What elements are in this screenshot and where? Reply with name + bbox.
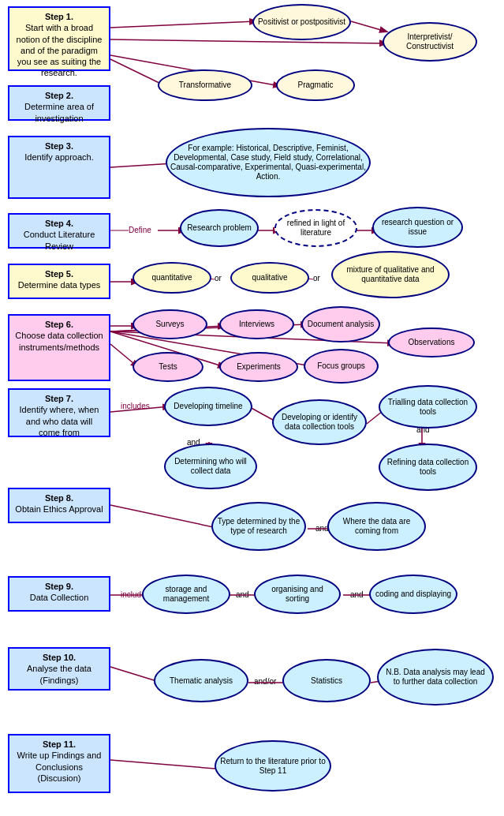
svg-line-4 [351,21,386,32]
svg-text:and: and [350,590,364,599]
positivist-oval: Positivist or postpositivist [252,4,351,40]
step4-label: Step 4. [45,219,73,228]
svg-line-5 [110,163,174,167]
step5-box: Step 5. Determine data types [8,264,110,299]
svg-line-0 [110,21,256,28]
focus-groups-oval: Focus groups [304,349,379,384]
step7-label: Step 7. [45,394,73,403]
step1-label: Step 1. [45,12,73,21]
type-determined-oval: Type determined by the type of research [211,502,306,551]
experiments-oval: Experiments [219,352,298,382]
coding-oval: coding and displaying [369,575,457,614]
step3-desc: Identify approach. [24,152,93,162]
step6-box: Step 6. Choose data collection instrumen… [8,314,110,381]
step4-desc: Conduct Literature Review [24,230,95,250]
step7-box: Step 7. Identify where, when and who dat… [8,388,110,437]
svg-text:Define: Define [129,226,151,234]
quantitative-oval: quantitative [133,262,211,294]
research-problem-oval: Research problem [180,209,259,247]
step3-box: Step 3. Identify approach. [8,136,110,199]
step8-box: Step 8. Obtain Ethics Approval [8,488,110,523]
tests-oval: Tests [133,352,203,382]
step10-label: Step 10. [43,653,76,662]
research-diagram: Define includes and [0,0,504,816]
nb-data-oval: N.B. Data analysis may lead to further d… [377,649,494,706]
step6-desc: Choose data collection instruments/metho… [15,331,103,351]
transformative-oval: Transformative [158,69,252,101]
where-data-oval: Where the data are coming from [327,502,426,551]
step11-box: Step 11. Write up Findings and Conclusio… [8,734,110,793]
pragmatic-oval: Pragmatic [276,69,355,101]
svg-line-44 [110,760,225,769]
statistics-oval: Statistics [282,659,371,702]
document-analysis-oval: Document analysis [301,306,380,342]
step8-desc: Obtain Ethics Approval [15,504,103,514]
approach-oval: For example: Historical, Descriptive, Fe… [166,128,371,197]
step9-box: Step 9. Data Collection [8,576,110,612]
step2-box: Step 2. Determine area of investigation [8,85,110,121]
storage-oval: storage and management [142,575,230,614]
svg-line-1 [110,39,386,43]
mixture-oval: mixture of qualitative and quantitative … [331,251,450,298]
step4-box: Step 4. Conduct Literature Review [8,213,110,249]
surveys-oval: Surveys [133,309,207,339]
refined-oval: refined in light of literature [274,209,357,247]
step9-label: Step 9. [45,582,73,591]
determining-who-oval: Determining who will collect data [164,444,257,489]
refining-oval: Refining data collection tools [379,444,477,491]
step7-desc: Identify where, when and who data will c… [20,405,99,437]
return-literature-oval: Return to the literature prior to Step 1… [215,740,331,792]
organising-oval: organising and sorting [254,575,341,614]
thematic-oval: Thematic analysis [154,659,248,702]
step5-label: Step 5. [45,269,73,279]
interpretivist-oval: Interpretivist/ Constructivist [383,22,477,62]
research-question-oval: research question or issue [372,207,463,248]
step8-label: Step 8. [45,493,73,503]
step11-desc: Write up Findings and Conclusions (Discu… [17,750,102,783]
developing-timeline-oval: Developing timeline [164,387,252,426]
svg-text:and: and [236,590,249,599]
qualitative-oval: qualitative [230,262,309,294]
svg-text:and/or: and/or [254,677,277,686]
step6-label: Step 6. [45,320,73,329]
svg-line-31 [110,505,221,529]
step10-box: Step 10. Analyse the data (Findings) [8,647,110,691]
developing-tools-oval: Developing or identify data collection t… [272,399,367,445]
svg-line-2 [110,59,166,86]
step10-desc: Analyse the data (Findings) [27,664,91,684]
step5-desc: Determine data types [18,280,101,290]
step3-label: Step 3. [45,141,73,151]
step2-desc: Determine area of investigation [24,102,94,122]
step2-label: Step 2. [45,91,73,100]
step1-desc: Start with a broad notion of the discipl… [17,23,103,77]
or1-label: or [215,274,222,283]
step1-box: Step 1. Start with a broad notion of the… [8,6,110,71]
interviews-oval: Interviews [219,309,294,339]
svg-text:includes: includes [121,402,150,410]
step11-label: Step 11. [43,739,76,749]
trialling-oval: Trialling data collection tools [379,385,477,429]
observations-oval: Observations [388,328,475,357]
svg-line-24 [110,406,170,412]
step9-desc: Data Collection [30,593,89,602]
or2-label: or [313,274,320,283]
